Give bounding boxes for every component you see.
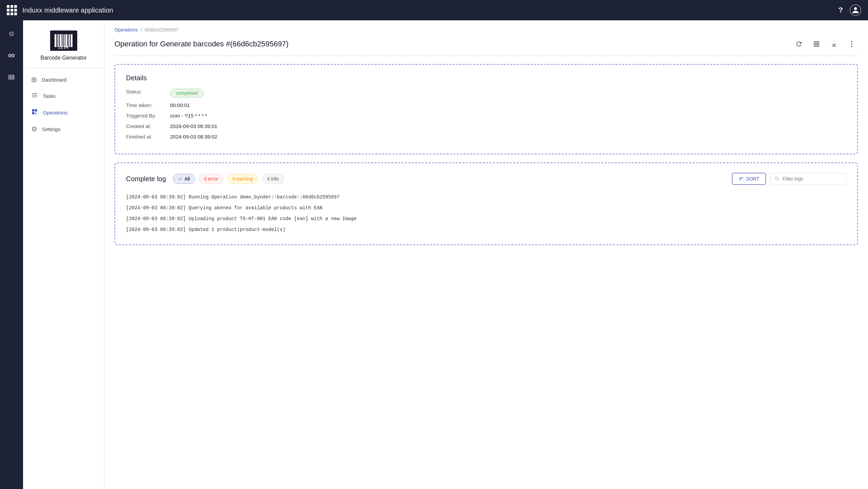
- settings-nav-icon: ⚙: [31, 125, 37, 133]
- created-at-label: Created at:: [126, 123, 170, 129]
- table-view-button[interactable]: [810, 38, 823, 50]
- refresh-button[interactable]: [793, 38, 805, 50]
- log-filter-all-button[interactable]: All: [173, 174, 195, 184]
- time-taken-value: 00:00:01: [170, 102, 190, 108]
- sidebar-item-dashboard[interactable]: ⊞ Dashboard: [23, 71, 104, 88]
- detail-triggered-row: Triggered By: cron - */15 * * * *: [126, 113, 846, 119]
- log-card: Complete log All 0 error 0 warning 4 inf…: [115, 163, 858, 245]
- svg-rect-7: [32, 93, 37, 94]
- details-title: Details: [126, 74, 846, 82]
- svg-point-10: [851, 41, 852, 43]
- log-filter-info-button[interactable]: 4 info: [262, 174, 284, 184]
- more-options-button[interactable]: [846, 38, 858, 50]
- svg-rect-2: [10, 75, 11, 80]
- detail-finished-row: Finished at: 2024-09-03 08:39:02: [126, 134, 846, 140]
- app-title: Induxx middleware application: [22, 6, 113, 14]
- svg-rect-1: [9, 75, 10, 80]
- triggered-by-value: cron - */15 * * * *: [170, 113, 207, 119]
- log-entry: [2024-09-03 08:39:02] Querying akeneo fo…: [126, 203, 846, 213]
- log-filter-error-label: 0 error: [204, 176, 218, 182]
- log-title: Complete log: [126, 175, 166, 183]
- log-filter-warning-button[interactable]: 0 warning: [227, 174, 258, 184]
- breadcrumb-separator: /: [140, 27, 142, 33]
- log-entry: [2024-09-03 08:39:02] Updated 1 product|…: [126, 224, 846, 235]
- dashboard-icon: ⊞: [31, 76, 37, 84]
- sidebar-item-operations-label: Operations: [43, 110, 67, 115]
- settings-sidebar-icon[interactable]: ⚙: [5, 27, 18, 41]
- log-entries: [2024-09-03 08:39:02] Running Operation …: [126, 192, 846, 235]
- time-taken-label: Time taken:: [126, 102, 170, 108]
- grid-menu-icon[interactable]: [7, 5, 17, 15]
- download-button[interactable]: [828, 38, 840, 50]
- details-card: Details Status: completed Time taken: 00…: [115, 64, 858, 154]
- sidebar-item-settings-label: Settings: [42, 126, 60, 132]
- sidebar-item-tasks[interactable]: Tasks: [23, 88, 104, 104]
- breadcrumb: Operations / 66d6cb2595697: [115, 27, 858, 33]
- sidebar-app-name: Barcode Generator: [40, 55, 86, 61]
- tasks-icon: [31, 92, 38, 100]
- filter-logs-input[interactable]: [783, 176, 842, 182]
- nav-sidebar-header: 1234 Barcode Generator: [23, 20, 104, 68]
- main-content: Operations / 66d6cb2595697 Operation for…: [104, 20, 868, 489]
- page-title: Operation for Generate barcodes #(66d6cb…: [115, 40, 289, 48]
- sidebar-item-tasks-label: Tasks: [43, 93, 56, 99]
- log-entry: [2024-09-03 08:39:02] Running Operation …: [126, 192, 846, 203]
- finished-at-value: 2024-09-03 08:39:02: [170, 134, 217, 140]
- log-actions: SORT: [732, 173, 846, 185]
- log-filter-info-label: 4 info: [267, 176, 278, 182]
- log-entry: [2024-09-03 08:39:02] Uploading product …: [126, 213, 846, 224]
- operations-icon: [31, 108, 38, 117]
- app-logo: 1234: [50, 30, 77, 51]
- svg-rect-6: [14, 75, 15, 80]
- icon-sidebar: ⚙: [0, 20, 23, 489]
- help-icon[interactable]: ?: [839, 6, 843, 15]
- log-filter-all-label: All: [185, 176, 190, 182]
- search-icon: [774, 176, 780, 182]
- page-actions: [793, 38, 858, 50]
- link-sidebar-icon[interactable]: [5, 49, 18, 62]
- svg-point-12: [851, 46, 852, 47]
- breadcrumb-current: 66d6cb2595697: [144, 27, 178, 33]
- created-at-value: 2024-09-03 08:39:01: [170, 123, 217, 129]
- svg-rect-0: [8, 75, 9, 80]
- sidebar-item-operations[interactable]: Operations: [23, 104, 104, 121]
- detail-time-row: Time taken: 00:00:01: [126, 102, 846, 108]
- svg-point-11: [851, 43, 852, 45]
- triggered-by-label: Triggered By:: [126, 113, 170, 119]
- nav-sidebar: 1234 Barcode Generator ⊞ Dashboard Tasks…: [23, 20, 104, 489]
- log-filter-warning-label: 0 warning: [232, 176, 253, 182]
- svg-rect-4: [12, 75, 13, 80]
- sidebar-item-dashboard-label: Dashboard: [42, 77, 66, 83]
- sort-button-label: SORT: [746, 176, 759, 182]
- sort-button[interactable]: SORT: [732, 173, 766, 185]
- sidebar-item-settings[interactable]: ⚙ Settings: [23, 121, 104, 137]
- svg-rect-9: [32, 97, 37, 97]
- detail-created-row: Created at: 2024-09-03 08:39:01: [126, 123, 846, 129]
- user-avatar[interactable]: [850, 4, 861, 16]
- status-label: Status:: [126, 89, 170, 94]
- page-header: Operation for Generate barcodes #(66d6cb…: [115, 38, 858, 56]
- status-badge: completed: [170, 89, 204, 98]
- svg-rect-3: [11, 75, 12, 80]
- log-header: Complete log All 0 error 0 warning 4 inf…: [126, 173, 846, 185]
- topbar: Induxx middleware application ?: [0, 0, 868, 20]
- breadcrumb-operations-link[interactable]: Operations: [115, 27, 138, 33]
- svg-rect-8: [32, 95, 37, 95]
- nav-items: ⊞ Dashboard Tasks Operations ⚙ Settings: [23, 68, 104, 141]
- detail-status-row: Status: completed: [126, 89, 846, 98]
- filter-logs-input-wrap: [770, 173, 846, 185]
- finished-at-label: Finished at:: [126, 134, 170, 140]
- svg-rect-5: [13, 75, 13, 80]
- log-filter-error-button[interactable]: 0 error: [199, 174, 223, 184]
- barcode-sidebar-icon[interactable]: [5, 70, 18, 84]
